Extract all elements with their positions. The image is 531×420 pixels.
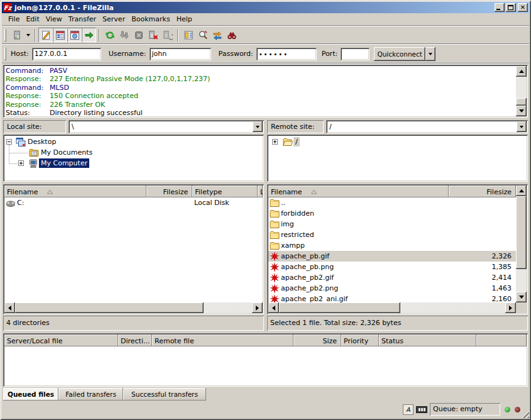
remote-tree[interactable]: / [267,135,528,182]
column-header-size[interactable]: Size [293,334,341,346]
maximize-button[interactable] [506,3,516,12]
scroll-right-button[interactable] [505,302,516,313]
tab-successful-transfers[interactable]: Successful transfers [123,388,206,401]
toolbar-gripper[interactable] [4,29,6,41]
local-site-combo[interactable]: \ [68,120,264,133]
remote-site-combo[interactable]: / [326,120,528,133]
transfer-queue[interactable]: Server/Local fileDirecti...Remote fileSi… [3,333,528,387]
column-header-remote-file[interactable]: Remote file [152,334,293,346]
scroll-track[interactable] [516,196,527,292]
scroll-left-button[interactable] [4,302,15,313]
column-header-blank[interactable] [476,334,527,346]
synchronized-browsing-button[interactable] [210,28,224,42]
username-input[interactable]: john [150,48,211,60]
drive-icon [6,198,16,208]
menu-server[interactable]: Server [99,14,128,25]
scroll-thumb[interactable] [279,302,400,313]
disconnect-button[interactable] [146,28,160,42]
column-header-filetype[interactable]: Filetype [192,185,258,197]
menu-view[interactable]: View [43,14,65,25]
toggle-transfer-queue-button[interactable] [82,28,96,42]
local-tree[interactable]: DesktopMy DocumentsMy Computer [3,135,264,182]
expand-icon[interactable] [18,160,24,166]
scroll-thumb[interactable] [516,196,527,269]
local-hscrollbar[interactable] [4,302,263,313]
file-row-img[interactable]: img [268,219,516,229]
remote-vscrollbar[interactable] [516,185,527,302]
menu-help[interactable]: Help [173,14,195,25]
cancel-operation-button[interactable] [131,28,146,42]
collapse-icon[interactable] [6,139,12,145]
column-header-l[interactable]: L [258,185,263,197]
remote-hscrollbar[interactable] [268,302,516,313]
site-manager-button[interactable] [9,28,24,42]
log-scrollbar[interactable] [516,66,527,116]
column-header-filesize[interactable]: Filesize [146,185,192,197]
file-row-c-[interactable]: C:Local Disk [4,197,263,208]
menu-bookmarks[interactable]: Bookmarks [128,14,173,25]
minimize-button[interactable] [495,3,505,12]
scroll-down-button[interactable] [516,292,527,302]
menu-edit[interactable]: Edit [23,14,42,25]
column-header-status[interactable]: Status [379,334,476,346]
scroll-right-button[interactable] [252,302,263,313]
expand-icon[interactable] [272,139,278,145]
file-row-apache-pb-gif[interactable]: apache_pb.gif2,326 [268,251,516,262]
menu-file[interactable]: File [5,14,23,25]
column-header-server-local-file[interactable]: Server/Local file [4,334,118,346]
app-icon[interactable]: Fz [3,3,12,12]
scroll-up-button[interactable] [516,185,527,196]
file-row-xampp[interactable]: xampp [268,240,516,251]
column-header-directi-[interactable]: Directi... [118,334,152,346]
column-header-filesize[interactable]: Filesize [449,185,516,197]
file-row-apache-pb2-png[interactable]: apache_pb2.png1,463 [268,283,516,294]
reconnect-button[interactable] [160,28,175,42]
tab-failed-transfers[interactable]: Failed transfers [58,388,123,401]
toggle-message-log-button[interactable] [38,28,53,42]
find-files-button[interactable] [224,28,239,42]
tree-item-desktop[interactable]: Desktop [26,137,58,146]
file-row-forbidden[interactable]: forbidden [268,208,516,219]
host-input[interactable]: 127.0.0.1 [32,48,101,60]
column-header-priority[interactable]: Priority [341,334,379,346]
scroll-track[interactable] [516,77,527,106]
file-row--[interactable]: .. [268,197,516,208]
scroll-up-button[interactable] [516,66,527,77]
tab-queued-files[interactable]: Queued files [3,388,58,401]
remote-site-dropdown[interactable] [517,121,527,132]
password-input[interactable]: •••••• [256,48,317,60]
scroll-track[interactable] [15,302,252,313]
data-type-icon[interactable]: A [403,404,413,415]
close-button[interactable]: ✕ [518,3,528,12]
speed-limits-icon[interactable] [416,406,427,413]
directory-comparison-button[interactable] [195,28,210,42]
local-site-dropdown[interactable] [253,121,263,132]
tree-item-my-computer[interactable]: My Computer [39,158,89,168]
toggle-local-tree-button[interactable] [53,28,67,42]
site-manager-dropdown[interactable] [24,28,32,42]
tree-item-my-documents[interactable]: My Documents [39,148,94,157]
quickconnect-gripper[interactable] [4,48,6,60]
file-row-apache-pb-png[interactable]: apache_pb.png1,385 [268,262,516,272]
port-input[interactable] [341,48,370,60]
scroll-left-button[interactable] [268,302,279,313]
remote-file-list[interactable]: FilenameFilesize ..forbiddenimgrestricte… [267,184,528,314]
refresh-button[interactable] [102,28,117,42]
quickconnect-button[interactable]: Quickconnect [374,47,425,61]
column-header-filename[interactable]: Filename [4,185,146,197]
scroll-down-button[interactable] [516,106,527,116]
scroll-track[interactable] [279,302,505,313]
process-queue-button[interactable] [117,28,131,42]
scroll-thumb[interactable] [15,302,204,313]
chevron-down-icon [26,34,30,36]
filter-button[interactable] [181,28,195,42]
toggle-remote-tree-button[interactable] [67,28,82,42]
file-row-apache-pb2-gif[interactable]: apache_pb2.gif2,414 [268,272,516,283]
file-row-restricted[interactable]: restricted [268,229,516,240]
scroll-thumb[interactable] [516,98,527,106]
column-header-filename[interactable]: Filename [268,185,449,197]
local-file-list[interactable]: FilenameFilesizeFiletypeL C:Local Disk [3,184,264,314]
quickconnect-dropdown[interactable] [425,47,435,61]
menu-transfer[interactable]: Transfer [65,14,99,25]
tree-item--[interactable]: / [293,137,300,146]
